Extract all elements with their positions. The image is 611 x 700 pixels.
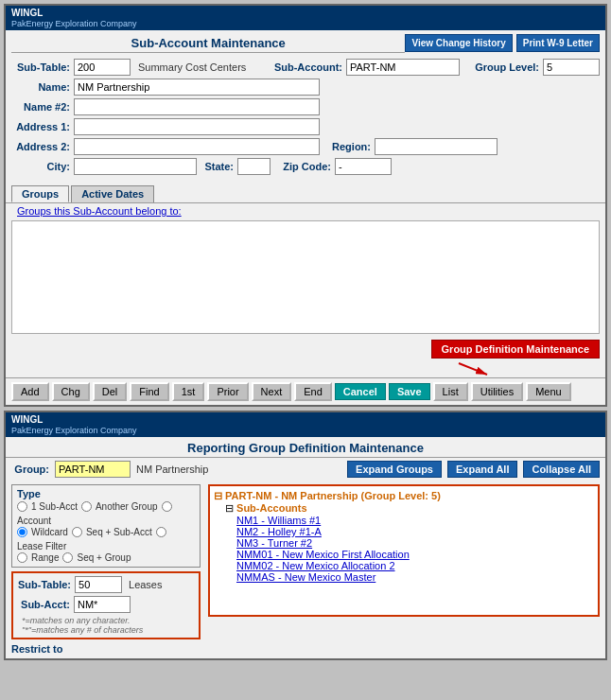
menu-button[interactable]: Menu: [526, 382, 571, 401]
tree-item-2-label: NM2 - Holley #1-A: [236, 526, 322, 537]
tree-item-1-label: NM1 - Williams #1: [236, 515, 321, 526]
hint2-text: "*"=matches any # of characters: [22, 625, 194, 635]
expand-groups-button[interactable]: Expand Groups: [347, 461, 442, 478]
subtable2-desc: Leases: [129, 579, 162, 590]
label-seq-sub-acct: Seq + Sub-Acct: [86, 527, 152, 537]
right-panel: ⊟ PART-NM - NM Partnership (Group Level:…: [208, 484, 600, 655]
tab-bar: Groups Active Dates: [6, 182, 605, 202]
reporting-group-window: WINGL PakEnergy Exploration Company Repo…: [4, 411, 607, 660]
tree-item-3[interactable]: NM3 - Turner #2: [214, 537, 594, 549]
group-level-input[interactable]: [543, 59, 600, 76]
region-label: Region:: [323, 141, 371, 152]
print-w9-button[interactable]: Print W-9 Letter: [516, 34, 600, 52]
subtable2-input[interactable]: [75, 576, 122, 593]
window2-company-label: PakEnergy Exploration Company: [11, 426, 137, 435]
row-address2: Address 2: Region:: [11, 138, 600, 155]
row-subtable: Sub-Table: Summary Cost Centers Sub-Acco…: [11, 59, 600, 76]
tree-item-4[interactable]: NMM01 - New Mexico First Allocation: [214, 549, 594, 560]
window1-title: Sub-Account Maintenance: [11, 32, 405, 53]
state-input[interactable]: [237, 158, 271, 175]
address1-input[interactable]: [74, 118, 320, 135]
form-area: Sub-Table: Summary Cost Centers Sub-Acco…: [6, 55, 605, 182]
sub-table-input[interactable]: [74, 59, 131, 76]
radio-1sub-acct[interactable]: [17, 501, 27, 512]
sub-account-input[interactable]: [346, 59, 460, 76]
radio-another-group[interactable]: [81, 501, 92, 512]
top-buttons: View Change History Print W-9 Letter: [405, 34, 600, 52]
groups-link[interactable]: Groups this Sub-Account belong to:: [11, 203, 187, 219]
address1-label: Address 1:: [11, 121, 70, 132]
label-lease-filter: Lease Filter: [17, 541, 66, 551]
group-input[interactable]: [55, 461, 131, 478]
cancel-button[interactable]: Cancel: [335, 383, 386, 400]
company-label: PakEnergy Exploration Company: [11, 19, 137, 28]
group-level-label: Group Level:: [463, 61, 539, 73]
tab-groups[interactable]: Groups: [11, 185, 69, 202]
type-section: Type 1 Sub-Acct Another Group Account Wi…: [11, 484, 201, 568]
tree-root: ⊟ PART-NM - NM Partnership (Group Level:…: [214, 490, 594, 502]
utilities-button[interactable]: Utilities: [471, 382, 523, 401]
radio-account[interactable]: [162, 501, 172, 512]
label-range: Range: [31, 552, 59, 563]
del-button[interactable]: Del: [93, 382, 128, 401]
list-button[interactable]: List: [433, 382, 468, 401]
state-label: State:: [201, 161, 234, 172]
tree-sub-accounts-folder: ⊟ Sub-Accounts: [214, 502, 594, 515]
label-1sub-acct: 1 Sub-Acct: [31, 501, 78, 512]
wingl-label: WINGL: [11, 8, 43, 18]
find-button[interactable]: Find: [130, 382, 168, 401]
chg-button[interactable]: Chg: [52, 382, 90, 401]
tree-collapse-icon[interactable]: ⊟: [214, 490, 222, 501]
view-change-history-button[interactable]: View Change History: [405, 34, 512, 52]
radio-row-3: Range Seq + Group: [17, 552, 195, 563]
radio-seq-sub-acct[interactable]: [72, 527, 82, 537]
tree-item-5[interactable]: NMM02 - New Mexico Allocation 2: [214, 560, 594, 571]
tree-folder-icon[interactable]: ⊟: [225, 502, 234, 514]
first-button[interactable]: 1st: [172, 382, 205, 401]
address2-input[interactable]: [74, 138, 320, 155]
group-row: Group: NM Partnership Expand Groups Expa…: [6, 458, 605, 481]
group-definition-maintenance-button[interactable]: Group Definition Maintenance: [431, 340, 600, 359]
window2-wingl-label: WINGL: [11, 414, 43, 425]
name-label: Name:: [11, 81, 70, 93]
sub-account-label: Sub-Account:: [274, 61, 342, 73]
save-button[interactable]: Save: [389, 383, 430, 400]
radio-row-2: Wildcard Seq + Sub-Acct Lease Filter: [17, 527, 195, 551]
address2-label: Address 2:: [11, 141, 70, 152]
radio-range[interactable]: [17, 552, 27, 563]
sub-table-desc: Summary Cost Centers: [138, 61, 246, 73]
name-input[interactable]: [74, 79, 320, 96]
prior-button[interactable]: Prior: [207, 382, 248, 401]
window2-title-row: Reporting Group Definition Maintenance: [6, 437, 605, 458]
label-account: Account: [17, 516, 51, 526]
window1-titlebar: WINGL PakEnergy Exploration Company: [6, 6, 605, 30]
add-button[interactable]: Add: [11, 382, 49, 401]
end-button[interactable]: End: [294, 382, 332, 401]
window2-titlebar: WINGL PakEnergy Exploration Company: [6, 412, 605, 437]
hint1-text: *=matches on any character.: [22, 616, 194, 625]
tree-item-1[interactable]: NM1 - Williams #1: [214, 515, 594, 526]
subacct2-input[interactable]: [74, 596, 131, 613]
next-button[interactable]: Next: [252, 382, 292, 401]
form2-area: Type 1 Sub-Acct Another Group Account Wi…: [6, 481, 605, 658]
label-wildcard: Wildcard: [31, 527, 68, 537]
radio-seq-group[interactable]: [62, 552, 73, 563]
hint-area: *=matches on any character. "*"=matches …: [18, 616, 194, 635]
name2-input[interactable]: [74, 98, 320, 115]
radio-wildcard[interactable]: [17, 527, 27, 537]
region-input[interactable]: [375, 138, 498, 155]
tab-active-dates[interactable]: Active Dates: [71, 185, 154, 202]
left-panel: Type 1 Sub-Acct Another Group Account Wi…: [11, 484, 201, 655]
tree-item-6[interactable]: NMMAS - New Mexico Master: [214, 571, 594, 583]
tree-item-2[interactable]: NM2 - Holley #1-A: [214, 526, 594, 537]
city-input[interactable]: [74, 158, 197, 175]
window2-title: Reporting Group Definition Maintenance: [187, 437, 424, 458]
collapse-all-button[interactable]: Collapse All: [523, 461, 600, 478]
city-label: City:: [11, 161, 70, 172]
group-desc: NM Partnership: [136, 464, 208, 475]
expand-all-button[interactable]: Expand All: [447, 461, 517, 478]
radio-lease-filter[interactable]: [156, 527, 166, 537]
tree-area: ⊟ PART-NM - NM Partnership (Group Level:…: [208, 484, 600, 617]
row-city: City: State: Zip Code:: [11, 158, 600, 175]
zipcode-input[interactable]: [335, 158, 392, 175]
